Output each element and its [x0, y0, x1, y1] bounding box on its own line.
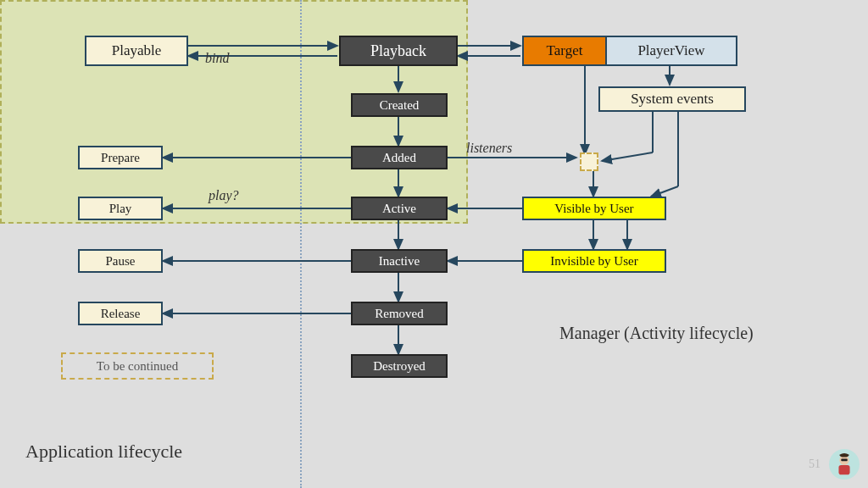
svg-line-22: [602, 152, 653, 161]
box-release: Release: [78, 302, 163, 325]
box-system-events: System events: [598, 86, 746, 112]
arrows: [0, 0, 868, 488]
box-pause: Pause: [78, 249, 163, 273]
page-number: 51: [809, 458, 821, 471]
box-play: Play: [78, 197, 163, 220]
box-created: Created: [351, 93, 448, 117]
person-icon: [832, 452, 857, 477]
avatar: [829, 449, 860, 480]
box-playerview: PlayerView: [607, 36, 737, 66]
box-removed: Removed: [351, 302, 448, 325]
svg-rect-28: [841, 458, 848, 461]
box-target: Target: [522, 36, 607, 66]
box-active: Active: [351, 197, 448, 220]
box-invisible: Invisible by User: [522, 249, 666, 273]
listeners-slot: [580, 152, 598, 171]
box-playback: Playback: [339, 36, 458, 66]
page-title: Application lifecycle: [25, 441, 182, 463]
box-playable: Playable: [85, 36, 188, 66]
box-inactive: Inactive: [351, 249, 448, 273]
box-tbc: To be continued: [61, 352, 214, 380]
box-added: Added: [351, 146, 448, 169]
label-bind: bind: [205, 51, 229, 66]
box-visible: Visible by User: [522, 197, 666, 220]
svg-rect-27: [838, 465, 849, 474]
label-play-question: play?: [209, 188, 239, 203]
svg-line-24: [651, 186, 678, 197]
label-listeners: listeners: [466, 141, 512, 156]
box-destroyed: Destroyed: [351, 354, 448, 378]
box-prepare: Prepare: [78, 146, 163, 169]
